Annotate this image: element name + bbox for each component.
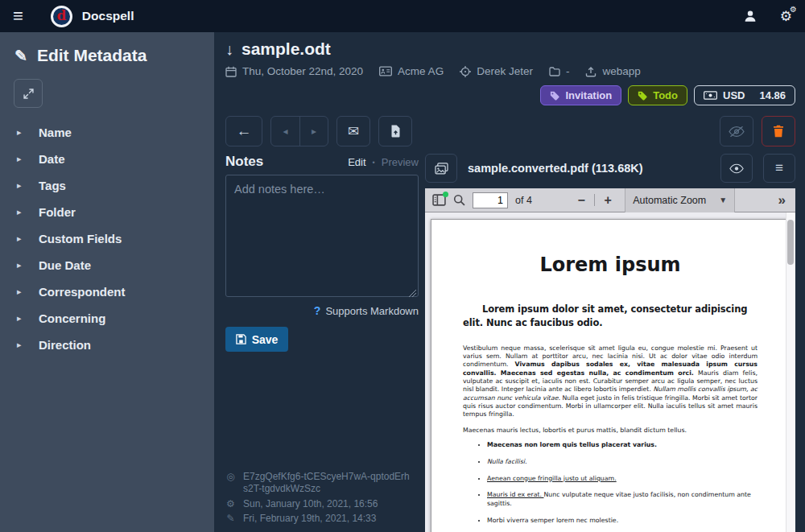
pdf-search-icon[interactable] bbox=[453, 194, 465, 206]
folder-icon bbox=[549, 67, 560, 76]
caret-right-icon: ▸ bbox=[17, 233, 23, 244]
caret-right-icon: ▸ bbox=[17, 340, 23, 350]
attachments-toggle-button[interactable] bbox=[425, 154, 457, 183]
prev-next-group: ◂ ▸ bbox=[270, 116, 328, 146]
doc-paragraph: Maecenas mauris lectus, lobortis et puru… bbox=[463, 427, 758, 434]
zoom-level-select[interactable]: Automatic Zoom ▼ bbox=[625, 188, 735, 212]
doc-subtitle: Lorem ipsum dolor sit amet, consectetur … bbox=[463, 303, 758, 331]
chevron-down-icon: ▼ bbox=[719, 196, 727, 204]
caret-right-icon: ▸ bbox=[17, 154, 23, 164]
prev-item-button[interactable]: ◂ bbox=[271, 117, 299, 146]
doc-bullet: Mauris id ex erat. Nunc vulputate neque … bbox=[487, 491, 758, 509]
sidebar-item-date[interactable]: ▸Date bbox=[0, 146, 214, 172]
circle-dot-icon: ◎ bbox=[225, 471, 236, 484]
notes-edit-tab[interactable]: Edit bbox=[348, 156, 365, 168]
doc-bullet-list: Maecenas non lorem quis tellus placerat … bbox=[463, 441, 758, 532]
attachment-header: sample.converted.pdf (113.68K) ≡ bbox=[425, 154, 795, 188]
item-meta-row: Thu, October 22nd, 2020 Acme AG bbox=[225, 65, 795, 77]
send-mail-button[interactable]: ✉ bbox=[336, 116, 370, 146]
metadata-sections-nav: ▸Name ▸Date ▸Tags ▸Folder ▸Custom Fields… bbox=[0, 119, 214, 358]
floppy-disk-icon bbox=[236, 334, 246, 344]
page-count-label: of 4 bbox=[515, 195, 532, 206]
chevron-left-icon: ◂ bbox=[283, 126, 287, 137]
next-item-button[interactable]: ▸ bbox=[299, 117, 328, 146]
sidebar-item-custom-fields[interactable]: ▸Custom Fields bbox=[0, 225, 214, 252]
notification-dot bbox=[443, 192, 448, 197]
tag-row: Invitation Todo USD bbox=[225, 85, 795, 105]
toolbar-more-button[interactable]: » bbox=[778, 192, 788, 208]
item-source: webapp bbox=[585, 65, 640, 77]
docspell-logo[interactable]: d bbox=[51, 6, 72, 27]
zoom-in-button[interactable]: + bbox=[601, 193, 614, 208]
sidebar-item-concerning[interactable]: ▸Concerning bbox=[0, 305, 214, 332]
save-notes-button[interactable]: Save bbox=[225, 327, 288, 352]
pdf-viewport[interactable]: Lorem ipsum Lorem ipsum dolor sit amet, … bbox=[425, 212, 795, 532]
item-folder: - bbox=[549, 65, 570, 77]
eye-slash-icon bbox=[729, 126, 745, 138]
doc-title: Lorem ipsum bbox=[463, 254, 758, 276]
sidebar-item-name[interactable]: ▸Name bbox=[0, 119, 214, 146]
edit-metadata-sidebar: ✎ Edit Metadata ▸Name ▸Date ▸Tags ▸Folde… bbox=[0, 32, 214, 532]
pencil-icon: ✎ bbox=[14, 47, 27, 65]
caret-right-icon: ▸ bbox=[17, 313, 23, 324]
hamburger-menu-icon[interactable]: ≡ bbox=[13, 7, 23, 25]
item-system-info: ◎ E7zgQefKfg6-tCEScyeH7wA-qptodErhs2T-tg… bbox=[225, 471, 419, 532]
top-navbar: ≡ d Docspell ⚙⚙ bbox=[0, 0, 805, 32]
delete-item-button[interactable] bbox=[762, 116, 795, 146]
sidebar-item-due-date[interactable]: ▸Due Date bbox=[0, 252, 214, 278]
pdf-sidebar-toggle-button[interactable] bbox=[432, 194, 446, 206]
pdf-page: Lorem ipsum Lorem ipsum dolor sit amet, … bbox=[431, 219, 790, 532]
zoom-out-button[interactable]: − bbox=[575, 193, 588, 208]
page-number-input[interactable] bbox=[473, 192, 508, 208]
sidebar-item-correspondent[interactable]: ▸Correspondent bbox=[0, 278, 214, 305]
trash-icon bbox=[773, 125, 784, 138]
question-icon: ? bbox=[314, 304, 321, 317]
doc-bullet: Maecenas non lorem quis tellus placerat … bbox=[487, 441, 758, 450]
tag-badge-invitation[interactable]: Invitation bbox=[540, 85, 621, 105]
tag-icon bbox=[638, 91, 647, 101]
tag-icon bbox=[550, 91, 559, 101]
sidebar-header: ✎ Edit Metadata bbox=[0, 32, 214, 65]
pencil-icon: ✎ bbox=[225, 513, 236, 526]
item-toolbar: ← ◂ ▸ ✉ bbox=[214, 105, 805, 154]
caret-right-icon: ▸ bbox=[17, 287, 23, 297]
app-title: Docspell bbox=[82, 9, 134, 23]
notes-title: Notes bbox=[225, 154, 263, 170]
pdf-scrollbar-thumb[interactable] bbox=[787, 220, 794, 265]
pdfjs-toolbar: of 4 − + Automatic Zoom ▼ » bbox=[425, 188, 795, 212]
caret-right-icon: ▸ bbox=[17, 180, 23, 191]
sidebar-item-folder[interactable]: ▸Folder bbox=[0, 199, 214, 225]
attachment-view-button[interactable] bbox=[720, 154, 753, 183]
envelope-icon: ✉ bbox=[348, 123, 359, 140]
doc-bullet: Nulla facilisi. bbox=[487, 458, 758, 467]
attachment-menu-button[interactable]: ≡ bbox=[763, 154, 795, 183]
item-id-row: ◎ E7zgQefKfg6-tCEScyeH7wA-qptodErhs2T-tg… bbox=[225, 471, 419, 496]
expand-sidebar-button[interactable] bbox=[14, 79, 43, 108]
item-concerning: Derek Jeter bbox=[460, 65, 533, 77]
item-title: sample.odt bbox=[242, 39, 331, 59]
tag-badge-todo[interactable]: Todo bbox=[628, 85, 687, 105]
custom-field-badge-usd[interactable]: USD 14.86 bbox=[694, 85, 795, 105]
add-files-button[interactable] bbox=[378, 116, 412, 146]
dot-separator: • bbox=[373, 159, 375, 167]
crosshair-icon bbox=[460, 66, 471, 77]
doc-bullet: Aenean congue fringilla justo ut aliquam… bbox=[487, 475, 758, 484]
user-icon[interactable] bbox=[743, 9, 758, 23]
doc-bullet: Morbi viverra semper lorem nec molestie. bbox=[487, 517, 758, 526]
money-bill-icon bbox=[704, 91, 717, 100]
unconfirm-button[interactable] bbox=[720, 116, 753, 146]
item-detail-main: ↓ sample.odt Thu, October 22nd, 2020 bbox=[214, 32, 805, 532]
notes-preview-tab[interactable]: Preview bbox=[382, 156, 419, 168]
sidebar-item-tags[interactable]: ▸Tags bbox=[0, 172, 214, 199]
notes-pane: Notes Edit • Preview ? Supports Markdown bbox=[225, 154, 419, 532]
pdf-scrollbar[interactable] bbox=[786, 212, 795, 532]
settings-cogs-icon[interactable]: ⚙⚙ bbox=[780, 8, 792, 25]
back-button[interactable]: ← bbox=[225, 116, 262, 146]
upload-icon bbox=[585, 66, 597, 77]
sidebar-item-direction[interactable]: ▸Direction bbox=[0, 332, 214, 358]
created-date-row: ⚙ Sun, January 10th, 2021, 16:56 bbox=[225, 498, 419, 511]
address-card-icon bbox=[379, 66, 392, 76]
notes-textarea[interactable] bbox=[225, 175, 419, 297]
markdown-help-link[interactable]: ? Supports Markdown bbox=[225, 304, 419, 317]
item-id: E7zgQefKfg6-tCEScyeH7wA-qptodErhs2T-tgdv… bbox=[243, 471, 414, 496]
